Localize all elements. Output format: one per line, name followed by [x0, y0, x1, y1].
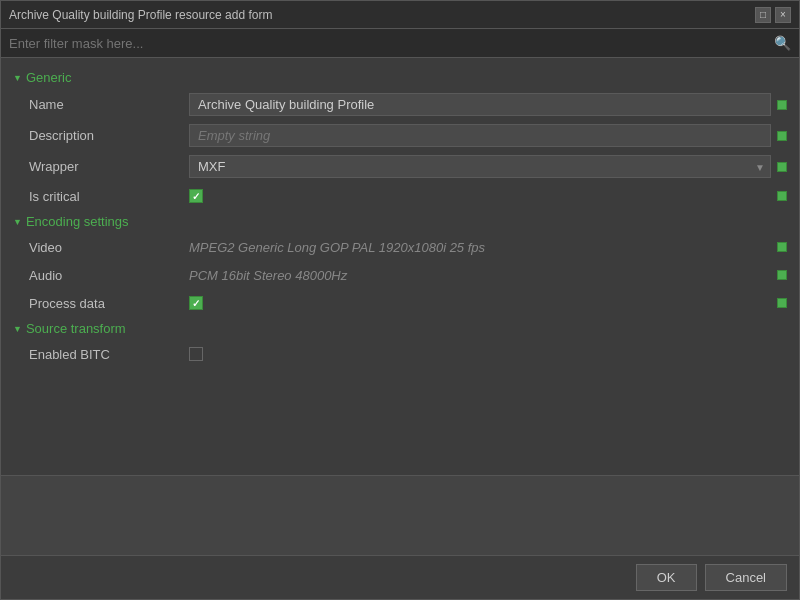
- is-critical-value: ✓: [189, 189, 771, 203]
- collapse-source-icon: ▼: [13, 324, 22, 334]
- wrapper-select[interactable]: MXF MOV AVI MP4: [189, 155, 771, 178]
- name-value: [189, 93, 771, 116]
- cancel-button[interactable]: Cancel: [705, 564, 787, 591]
- audio-text: PCM 16bit Stereo 48000Hz: [189, 268, 347, 283]
- search-bar: 🔍: [1, 29, 799, 58]
- section-generic-label: Generic: [26, 70, 72, 85]
- section-source-label: Source transform: [26, 321, 126, 336]
- video-label: Video: [29, 240, 189, 255]
- field-video-row: Video MPEG2 Generic Long GOP PAL 1920x10…: [1, 233, 799, 261]
- field-audio-row: Audio PCM 16bit Stereo 48000Hz: [1, 261, 799, 289]
- description-value: [189, 124, 771, 147]
- field-process-data-row: Process data ✓: [1, 289, 799, 317]
- description-indicator: [777, 131, 787, 141]
- video-indicator: [777, 242, 787, 252]
- process-data-value: ✓: [189, 296, 771, 310]
- is-critical-indicator: [777, 191, 787, 201]
- video-value: MPEG2 Generic Long GOP PAL 1920x1080i 25…: [189, 240, 771, 255]
- ok-button[interactable]: OK: [636, 564, 697, 591]
- checkmark-icon: ✓: [192, 191, 200, 202]
- process-data-checkmark-icon: ✓: [192, 298, 200, 309]
- collapse-generic-icon: ▼: [13, 73, 22, 83]
- collapse-encoding-icon: ▼: [13, 217, 22, 227]
- description-label: Description: [29, 128, 189, 143]
- wrapper-value: MXF MOV AVI MP4 ▼: [189, 155, 771, 178]
- process-data-checkbox[interactable]: ✓: [189, 296, 203, 310]
- maximize-button[interactable]: □: [755, 7, 771, 23]
- search-input[interactable]: [9, 36, 774, 51]
- video-text: MPEG2 Generic Long GOP PAL 1920x1080i 25…: [189, 240, 485, 255]
- field-name-row: Name: [1, 89, 799, 120]
- enabled-bitc-label: Enabled BITC: [29, 347, 189, 362]
- description-input[interactable]: [189, 124, 771, 147]
- is-critical-label: Is critical: [29, 189, 189, 204]
- content-area: ▼ Generic Name Description Wrapper: [1, 58, 799, 475]
- main-window: Archive Quality building Profile resourc…: [0, 0, 800, 600]
- window-title: Archive Quality building Profile resourc…: [9, 8, 272, 22]
- enabled-bitc-checkbox[interactable]: [189, 347, 203, 361]
- name-label: Name: [29, 97, 189, 112]
- field-is-critical-row: Is critical ✓: [1, 182, 799, 210]
- enabled-bitc-value: [189, 347, 771, 361]
- process-data-indicator: [777, 298, 787, 308]
- section-source-transform[interactable]: ▼ Source transform: [1, 317, 799, 340]
- wrapper-select-wrapper: MXF MOV AVI MP4 ▼: [189, 155, 771, 178]
- wrapper-label: Wrapper: [29, 159, 189, 174]
- audio-value: PCM 16bit Stereo 48000Hz: [189, 268, 771, 283]
- title-bar: Archive Quality building Profile resourc…: [1, 1, 799, 29]
- process-data-label: Process data: [29, 296, 189, 311]
- close-button[interactable]: ×: [775, 7, 791, 23]
- field-description-row: Description: [1, 120, 799, 151]
- window-controls: □ ×: [755, 7, 791, 23]
- name-indicator: [777, 100, 787, 110]
- audio-label: Audio: [29, 268, 189, 283]
- is-critical-checkbox[interactable]: ✓: [189, 189, 203, 203]
- field-enabled-bitc-row: Enabled BITC: [1, 340, 799, 368]
- name-input[interactable]: [189, 93, 771, 116]
- section-generic[interactable]: ▼ Generic: [1, 66, 799, 89]
- search-icon: 🔍: [774, 35, 791, 51]
- footer: OK Cancel: [1, 555, 799, 599]
- wrapper-indicator: [777, 162, 787, 172]
- bottom-panel: [1, 475, 799, 555]
- section-encoding-settings[interactable]: ▼ Encoding settings: [1, 210, 799, 233]
- field-wrapper-row: Wrapper MXF MOV AVI MP4 ▼: [1, 151, 799, 182]
- section-encoding-label: Encoding settings: [26, 214, 129, 229]
- audio-indicator: [777, 270, 787, 280]
